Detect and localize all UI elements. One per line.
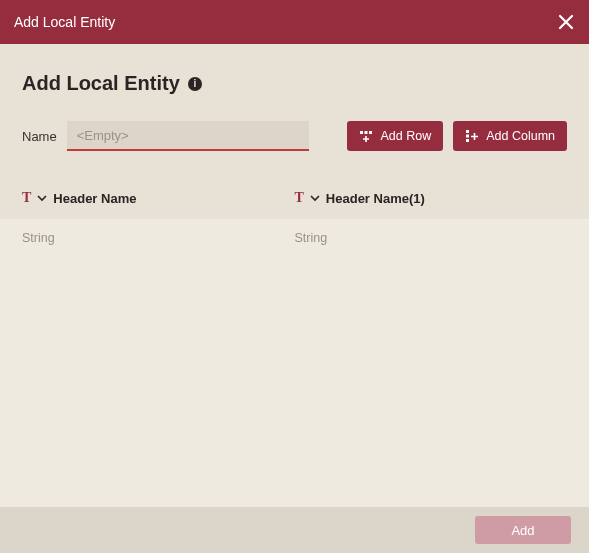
table-cell[interactable]: String: [22, 231, 295, 495]
column-header[interactable]: T Header Name: [22, 190, 295, 206]
name-label: Name: [22, 129, 57, 144]
table: T Header Name T Header Name(1) String St…: [0, 177, 589, 507]
add-button[interactable]: Add: [475, 516, 571, 544]
svg-rect-2: [369, 131, 372, 134]
add-row-icon: [359, 129, 373, 143]
svg-rect-1: [365, 131, 368, 134]
column-label: Header Name: [53, 191, 136, 206]
table-body: String String: [0, 219, 589, 507]
text-type-icon: T: [22, 190, 31, 206]
titlebar: Add Local Entity: [0, 0, 589, 44]
dialog-footer: Add: [0, 507, 589, 553]
form-row: Name Add Row: [22, 121, 567, 151]
add-column-button[interactable]: Add Column: [453, 121, 567, 151]
svg-rect-5: [466, 139, 469, 142]
add-column-label: Add Column: [486, 129, 555, 143]
table-header: T Header Name T Header Name(1): [0, 177, 589, 219]
heading-row: Add Local Entity i: [22, 72, 567, 95]
svg-rect-3: [466, 130, 469, 133]
chevron-down-icon[interactable]: [310, 193, 320, 203]
page-title: Add Local Entity: [22, 72, 180, 95]
close-icon[interactable]: [557, 13, 575, 31]
column-label: Header Name(1): [326, 191, 425, 206]
info-icon[interactable]: i: [188, 77, 202, 91]
chevron-down-icon[interactable]: [37, 193, 47, 203]
dialog-body: Add Local Entity i Name Add Row: [0, 44, 589, 507]
svg-rect-4: [466, 135, 469, 138]
svg-rect-0: [360, 131, 363, 134]
dialog-title: Add Local Entity: [14, 14, 115, 30]
add-row-label: Add Row: [380, 129, 431, 143]
text-type-icon: T: [295, 190, 304, 206]
add-row-button[interactable]: Add Row: [347, 121, 443, 151]
column-header[interactable]: T Header Name(1): [295, 190, 568, 206]
name-input[interactable]: [67, 121, 309, 151]
add-column-icon: [465, 129, 479, 143]
table-cell[interactable]: String: [295, 231, 568, 495]
